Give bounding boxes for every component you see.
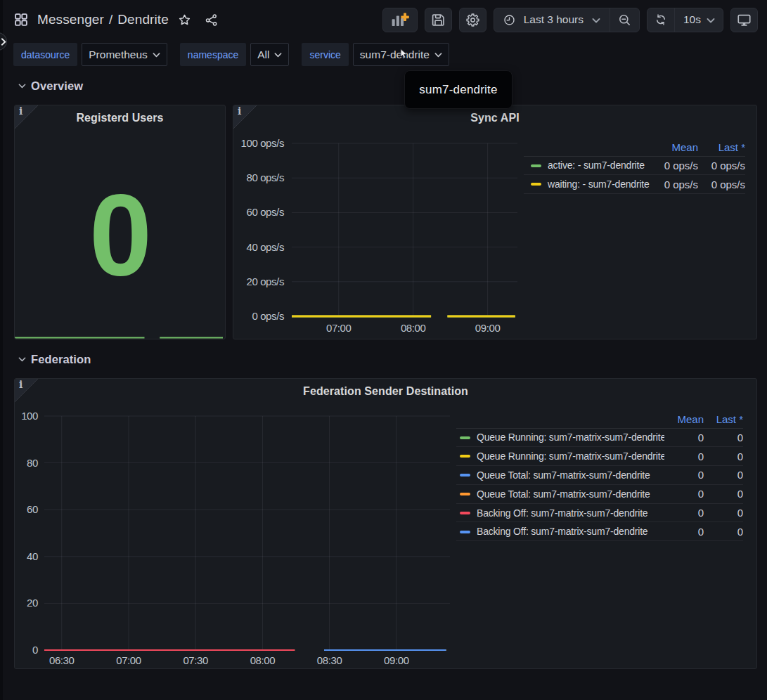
- chart-legend: MeanLast *active: - sum7-dendrite0 ops/s…: [524, 139, 745, 194]
- series-name[interactable]: Queue Running: sum7-matrix-sum7-dendrite: [477, 432, 664, 443]
- page-title: Messenger/Dendrite: [37, 12, 169, 27]
- chevron-down-icon: [434, 53, 442, 58]
- chevron-down-icon: [18, 84, 26, 89]
- section-federation[interactable]: Federation: [18, 353, 91, 366]
- chevron-down-icon: [18, 357, 26, 362]
- svg-text:07:30: 07:30: [183, 654, 208, 666]
- legend-column-header[interactable]: Last *: [698, 139, 745, 156]
- svg-text:80 ops/s: 80 ops/s: [246, 171, 284, 183]
- series-color-dash[interactable]: [531, 164, 541, 167]
- svg-text:20 ops/s: 20 ops/s: [246, 276, 284, 287]
- svg-text:0: 0: [32, 644, 38, 656]
- legend-row: Queue Running: sum7-matrix-sum7-dendrite…: [456, 428, 743, 447]
- breadcrumb-separator: /: [109, 12, 112, 27]
- refresh-button[interactable]: [647, 8, 674, 32]
- legend-row: waiting: - sum7-dendrite0 ops/s0 ops/s: [524, 175, 745, 194]
- variable-namespace: namespace All: [180, 43, 290, 66]
- dashboard-settings-button[interactable]: [459, 8, 486, 32]
- series-color-dash[interactable]: [460, 455, 470, 458]
- variable-service-picker[interactable]: sum7-dendrite: [353, 43, 449, 66]
- panel-title[interactable]: Sync API: [233, 112, 756, 124]
- save-icon: [431, 13, 446, 27]
- section-overview[interactable]: Overview: [18, 79, 83, 93]
- svg-text:20: 20: [27, 597, 38, 609]
- series-color-dash[interactable]: [460, 493, 470, 495]
- series-color-dash[interactable]: [460, 531, 470, 533]
- save-dashboard-button[interactable]: [425, 8, 452, 32]
- series-name[interactable]: Backing Off: sum7-matrix-sum7-dendrite: [477, 526, 647, 537]
- monitor-icon: [737, 13, 752, 27]
- panel-info-corner[interactable]: i: [14, 105, 39, 130]
- variable-datasource: datasource Prometheus: [13, 43, 167, 66]
- time-range-button[interactable]: Last 3 hours: [494, 8, 610, 32]
- svg-text:06:30: 06:30: [49, 654, 75, 666]
- legend-value: 0: [704, 447, 743, 466]
- legend-column-header[interactable]: Mean: [664, 411, 704, 428]
- svg-text:40: 40: [27, 550, 38, 562]
- variables-bar: datasource Prometheus namespace All serv…: [13, 43, 449, 66]
- legend-value: 0: [664, 522, 704, 541]
- star-icon[interactable]: [178, 13, 191, 27]
- panel-registered-users[interactable]: i Registerd Users 0: [14, 105, 226, 339]
- add-panel-icon: [391, 12, 409, 28]
- panel-info-corner[interactable]: i: [14, 378, 39, 403]
- svg-text:09:00: 09:00: [384, 654, 409, 666]
- legend-row: active: - sum7-dendrite0 ops/s0 ops/s: [524, 156, 745, 175]
- series-name[interactable]: Queue Total: sum7-matrix-sum7-dendrite: [477, 488, 650, 500]
- time-range-label: Last 3 hours: [524, 13, 584, 26]
- variable-service: service sum7-dendrite: [302, 43, 449, 66]
- series-color-dash[interactable]: [460, 436, 470, 439]
- series-name[interactable]: Queue Total: sum7-matrix-sum7-dendrite: [477, 469, 650, 481]
- legend-value: 0: [704, 484, 743, 503]
- panel-title[interactable]: Registerd Users: [15, 112, 225, 124]
- time-picker-group: Last 3 hours: [494, 8, 640, 32]
- legend-value: 0: [704, 503, 743, 522]
- breadcrumb-dashboard[interactable]: Dendrite: [117, 12, 169, 27]
- refresh-interval-button[interactable]: 10s: [674, 8, 723, 32]
- legend-value: 0 ops/s: [651, 175, 698, 194]
- gear-icon: [465, 13, 480, 27]
- info-corner-triangle: [233, 105, 258, 130]
- legend-value: 0: [664, 428, 704, 447]
- legend-value: 0: [664, 447, 704, 466]
- info-corner-triangle: [14, 105, 39, 130]
- chevron-right-icon: [1, 38, 6, 46]
- share-icon[interactable]: [205, 14, 217, 26]
- dashboards-grid-icon[interactable]: [15, 13, 27, 26]
- svg-text:07:00: 07:00: [326, 322, 352, 334]
- series-name[interactable]: Queue Running: sum7-matrix-sum7-dendrite: [477, 451, 664, 462]
- legend-value: 0 ops/s: [698, 175, 745, 194]
- legend-value: 0: [664, 466, 704, 485]
- svg-text:08:00: 08:00: [250, 654, 276, 666]
- navbar: Messenger/Dendrite: [0, 0, 767, 39]
- breadcrumb-folder[interactable]: Messenger: [37, 12, 104, 27]
- info-corner-triangle: [14, 378, 39, 403]
- legend-value: 0 ops/s: [651, 156, 698, 175]
- svg-text:60 ops/s: 60 ops/s: [246, 206, 284, 218]
- variable-namespace-picker[interactable]: All: [250, 43, 289, 66]
- series-color-dash[interactable]: [460, 474, 470, 477]
- tv-mode-button[interactable]: [730, 8, 758, 32]
- legend-value: 0: [704, 522, 743, 541]
- series-name[interactable]: waiting: - sum7-dendrite: [548, 179, 650, 190]
- legend-value: 0: [704, 466, 743, 485]
- variable-datasource-picker[interactable]: Prometheus: [82, 43, 167, 66]
- series-name[interactable]: Backing Off: sum7-matrix-sum7-dendrite: [477, 507, 647, 519]
- chevron-down-icon: [274, 53, 282, 58]
- panel-federation-sender[interactable]: i Federation Sender Destination 02040608…: [14, 378, 757, 669]
- panel-info-corner[interactable]: i: [233, 105, 258, 130]
- chart-legend: MeanLast *Queue Running: sum7-matrix-sum…: [456, 411, 743, 541]
- legend-value: 0: [664, 484, 704, 503]
- series-name[interactable]: active: - sum7-dendrite: [548, 160, 645, 171]
- add-panel-button[interactable]: [382, 8, 418, 32]
- panel-title[interactable]: Federation Sender Destination: [15, 385, 756, 398]
- panel-sync-api[interactable]: i Sync API 0 ops/s20 ops/s40 ops/s60 ops…: [233, 105, 757, 339]
- series-color-dash[interactable]: [460, 512, 470, 514]
- section-title: Overview: [31, 79, 83, 93]
- legend-row: Queue Total: sum7-matrix-sum7-dendrite00: [456, 484, 743, 503]
- legend-value: 0 ops/s: [698, 156, 745, 175]
- zoom-out-button[interactable]: [610, 8, 639, 32]
- legend-column-header[interactable]: Mean: [651, 139, 698, 156]
- legend-column-header[interactable]: Last *: [704, 411, 743, 428]
- series-color-dash[interactable]: [531, 183, 541, 186]
